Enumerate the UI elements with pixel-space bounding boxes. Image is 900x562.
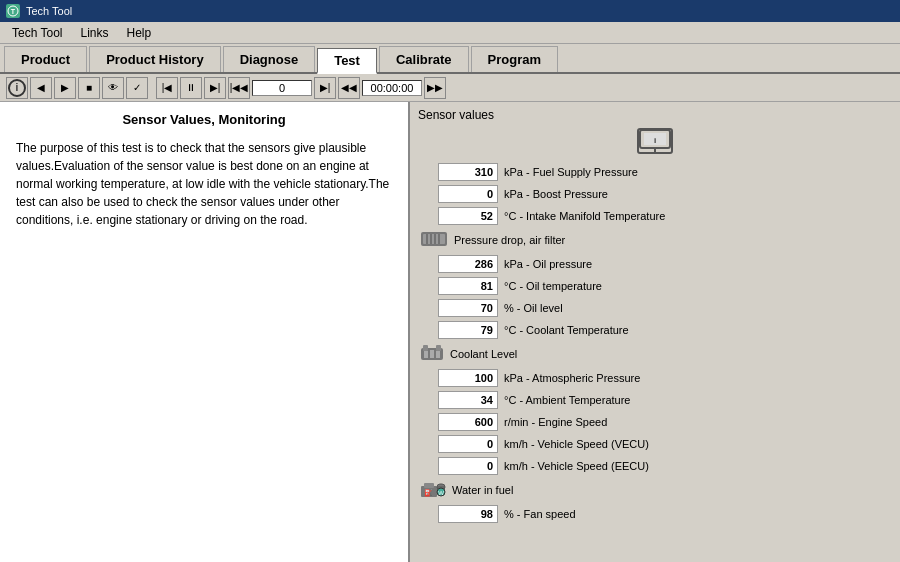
- sensor-row-atm-pressure: 100 kPa - Atmospheric Pressure: [418, 368, 892, 388]
- sensor-label-engine-speed: r/min - Engine Speed: [504, 416, 607, 428]
- menu-help[interactable]: Help: [119, 24, 160, 42]
- toolbar-fastfwd2-btn[interactable]: ▶▶: [424, 77, 446, 99]
- sensor-value-ambient-temp: 34: [438, 391, 498, 409]
- left-panel: Sensor Values, Monitoring The purpose of…: [0, 102, 410, 562]
- menu-techtool[interactable]: Tech Tool: [4, 24, 70, 42]
- back-icon: ◀: [37, 82, 45, 93]
- sensor-row-fuel-supply: 310 kPa - Fuel Supply Pressure: [418, 162, 892, 182]
- svg-text:T: T: [11, 8, 16, 15]
- sensor-row-coolant-temp: 79 °C - Coolant Temperature: [418, 320, 892, 340]
- airfilter-icon: [420, 230, 448, 250]
- tab-test[interactable]: Test: [317, 48, 377, 74]
- left-panel-description: The purpose of this test is to check tha…: [16, 139, 392, 229]
- sensor-value-engine-speed: 600: [438, 413, 498, 431]
- coolant-icon: [420, 344, 444, 364]
- svg-rect-17: [430, 350, 434, 358]
- svg-text:i: i: [654, 136, 656, 145]
- right-panel: Sensor values i 310 kPa - Fuel Supply Pr…: [410, 102, 900, 562]
- toolbar-info-btn[interactable]: i: [6, 77, 28, 99]
- sensor-row-oil-level: 70 % - Oil level: [418, 298, 892, 318]
- menu-links[interactable]: Links: [72, 24, 116, 42]
- play-icon: ▶: [61, 82, 69, 93]
- toolbar-pause-btn[interactable]: ⏸: [180, 77, 202, 99]
- sensor-label-fuel-supply: kPa - Fuel Supply Pressure: [504, 166, 638, 178]
- svg-rect-18: [436, 351, 440, 358]
- sensor-row-engine-speed: 600 r/min - Engine Speed: [418, 412, 892, 432]
- tab-diagnose[interactable]: Diagnose: [223, 46, 316, 72]
- sensor-value-atm-pressure: 100: [438, 369, 498, 387]
- toolbar-view-btn[interactable]: 👁: [102, 77, 124, 99]
- toolbar-fastfwd-btn[interactable]: ◀◀: [338, 77, 360, 99]
- toolbar: i ◀ ▶ ■ 👁 ✓ |◀ ⏸ ▶| |◀◀ 0 ▶| ◀◀ 00:00:00: [0, 74, 900, 102]
- left-panel-title: Sensor Values, Monitoring: [16, 112, 392, 127]
- sensor-value-intake: 52: [438, 207, 498, 225]
- app-title: Tech Tool: [26, 5, 72, 17]
- sensor-label-intake: °C - Intake Manifold Temperature: [504, 210, 665, 222]
- sensor-label-oil-temp: °C - Oil temperature: [504, 280, 602, 292]
- toolbar-stop-btn[interactable]: ■: [78, 77, 100, 99]
- sensor-label-fan-speed: % - Fan speed: [504, 508, 576, 520]
- sensor-value-fuel-supply: 310: [438, 163, 498, 181]
- svg-text:W: W: [438, 490, 444, 496]
- title-bar: T Tech Tool: [0, 0, 900, 22]
- monitor-icon-section: i: [418, 128, 892, 156]
- sensor-label-coolant-temp: °C - Coolant Temperature: [504, 324, 629, 336]
- app-icon: T: [6, 4, 20, 18]
- stepback-icon: |◀: [162, 82, 173, 93]
- sensor-row-vehicle-speed-eecu: 0 km/h - Vehicle Speed (EECU): [418, 456, 892, 476]
- tab-product[interactable]: Product: [4, 46, 87, 72]
- sensor-row-intake: 52 °C - Intake Manifold Temperature: [418, 206, 892, 226]
- nav-tabs: Product Product History Diagnose Test Ca…: [0, 44, 900, 74]
- tab-calibrate[interactable]: Calibrate: [379, 46, 469, 72]
- sensor-label-atm-pressure: kPa - Atmospheric Pressure: [504, 372, 640, 384]
- sensor-row-boost: 0 kPa - Boost Pressure: [418, 184, 892, 204]
- sensor-value-boost: 0: [438, 185, 498, 203]
- sensor-row-oil-pressure: 286 kPa - Oil pressure: [418, 254, 892, 274]
- toolbar-back-btn[interactable]: ◀: [30, 77, 52, 99]
- toolbar-time: 00:00:00: [362, 80, 422, 96]
- toolbar-check-btn[interactable]: ✓: [126, 77, 148, 99]
- monitor-icon: i: [637, 128, 673, 154]
- sensor-label-vehicle-speed-eecu: km/h - Vehicle Speed (EECU): [504, 460, 649, 472]
- toolbar-toend-btn[interactable]: ▶|: [314, 77, 336, 99]
- fuel-icon: ⛽ W: [420, 480, 446, 500]
- sensor-value-oil-pressure: 286: [438, 255, 498, 273]
- toolbar-counter[interactable]: 0: [252, 80, 312, 96]
- sensor-label-ambient-temp: °C - Ambient Temperature: [504, 394, 630, 406]
- sensor-label-oil-level: % - Oil level: [504, 302, 563, 314]
- svg-text:⛽: ⛽: [424, 488, 433, 497]
- sensor-label-boost: kPa - Boost Pressure: [504, 188, 608, 200]
- toolbar-stepfwd-btn[interactable]: ▶|: [204, 77, 226, 99]
- fastfwd-icon: ◀◀: [341, 82, 357, 93]
- stepfwd-icon: ▶|: [210, 82, 221, 93]
- svg-rect-14: [423, 345, 428, 351]
- tostart-icon: |◀◀: [230, 82, 249, 93]
- sensor-row-vehicle-speed-vecu: 0 km/h - Vehicle Speed (VECU): [418, 434, 892, 454]
- pause-icon: ⏸: [186, 82, 196, 93]
- svg-rect-15: [436, 345, 441, 351]
- toolbar-stepback-btn[interactable]: |◀: [156, 77, 178, 99]
- coolant-label: Coolant Level: [450, 348, 517, 360]
- toend-icon: ▶|: [320, 82, 331, 93]
- sensor-value-oil-level: 70: [438, 299, 498, 317]
- sensor-value-coolant-temp: 79: [438, 321, 498, 339]
- svg-rect-20: [424, 483, 434, 488]
- sensor-value-oil-temp: 81: [438, 277, 498, 295]
- tab-program[interactable]: Program: [471, 46, 558, 72]
- sensor-label-vehicle-speed-vecu: km/h - Vehicle Speed (VECU): [504, 438, 649, 450]
- sensor-value-vehicle-speed-eecu: 0: [438, 457, 498, 475]
- sensor-label-oil-pressure: kPa - Oil pressure: [504, 258, 592, 270]
- airfilter-label: Pressure drop, air filter: [454, 234, 565, 246]
- sensor-row-fan-speed: 98 % - Fan speed: [418, 504, 892, 524]
- sensor-value-vehicle-speed-vecu: 0: [438, 435, 498, 453]
- main-content: Sensor Values, Monitoring The purpose of…: [0, 102, 900, 562]
- fastfwd2-icon: ▶▶: [427, 82, 443, 93]
- svg-rect-16: [424, 351, 428, 358]
- toolbar-tostart-btn[interactable]: |◀◀: [228, 77, 250, 99]
- toolbar-play-btn[interactable]: ▶: [54, 77, 76, 99]
- tab-product-history[interactable]: Product History: [89, 46, 221, 72]
- menu-bar: Tech Tool Links Help: [0, 22, 900, 44]
- sensor-row-ambient-temp: 34 °C - Ambient Temperature: [418, 390, 892, 410]
- section-header-fuel: ⛽ W Water in fuel: [420, 480, 892, 500]
- eye-icon: 👁: [108, 82, 118, 93]
